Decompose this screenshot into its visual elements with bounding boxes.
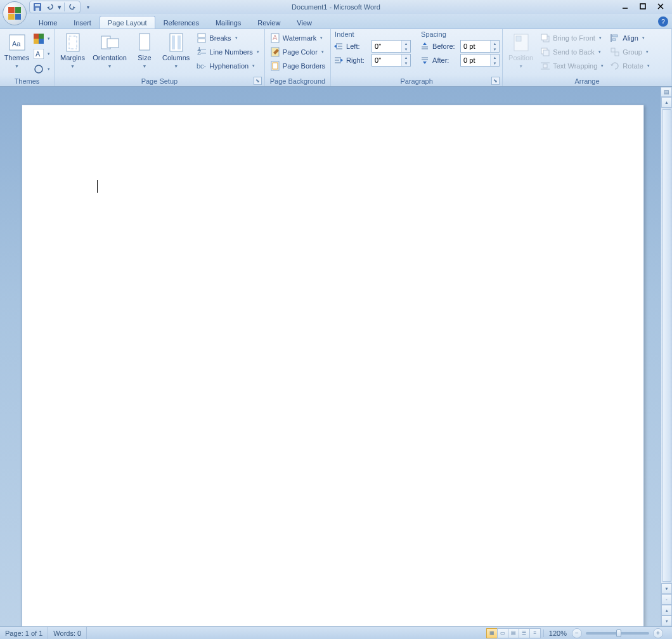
pagesetup-launcher[interactable]: ⬊ [254,77,262,85]
spin-up[interactable]: ▲ [491,55,499,60]
spacing-after-icon [420,56,430,65]
tab-insert[interactable]: Insert [65,16,100,29]
title-bar: ▾ ▾ Document1 - Microsoft Word [0,0,672,14]
web-layout-view[interactable]: ▤ [508,628,519,638]
scroll-down-button[interactable]: ▼ [661,583,672,594]
minimize-button[interactable] [616,0,634,13]
status-page[interactable]: Page: 1 of 1 [0,627,48,639]
indent-left-input[interactable] [372,41,401,52]
theme-colors-button[interactable]: ▾ [32,32,51,46]
align-button[interactable]: Align▾ [607,31,652,45]
spin-up[interactable]: ▲ [402,41,410,46]
next-page-button[interactable]: ▾ [661,616,672,626]
close-button[interactable] [652,0,669,13]
align-icon [610,33,620,43]
line-numbers-button[interactable]: 12Line Numbers▾ [194,45,261,59]
svg-rect-20 [139,34,150,50]
paragraph-launcher[interactable]: ⬊ [491,77,500,85]
indent-right-spinbox[interactable]: ▲▼ [372,54,411,67]
maximize-button[interactable] [634,0,652,13]
spacing-after-spinbox[interactable]: ▲▼ [460,54,500,67]
spacing-before-spinbox[interactable]: ▲▼ [460,40,500,53]
indent-right-input[interactable] [372,55,401,66]
prev-page-button[interactable]: ▴ [661,605,672,616]
orientation-icon [100,32,120,53]
breaks-icon [197,33,207,43]
tab-references[interactable]: References [155,16,207,29]
group-button[interactable]: Group▾ [607,45,652,59]
outline-view[interactable]: ☰ [519,628,530,638]
hyphenation-button[interactable]: bc‑Hyphenation▾ [194,59,261,73]
ruler-toggle[interactable]: ▤ [661,87,672,97]
svg-rect-4 [640,4,645,9]
spin-up[interactable]: ▲ [402,55,410,60]
watermark-button[interactable]: AWatermark▾ [268,31,328,45]
document-page[interactable] [22,105,644,631]
scroll-thumb[interactable] [662,109,671,582]
tab-view[interactable]: View [288,16,320,29]
draft-view[interactable]: ≡ [529,628,541,638]
spacing-after-label: After: [432,56,458,64]
bring-to-front-button[interactable]: Bring to Front▾ [538,31,606,45]
scroll-up-button[interactable]: ▲ [661,97,672,108]
line-numbers-icon: 12 [197,47,207,57]
margins-icon [63,32,83,53]
tab-home[interactable]: Home [30,16,65,29]
size-button[interactable]: Size▼ [131,30,158,72]
save-button[interactable] [31,1,44,13]
rotate-button[interactable]: Rotate▾ [607,59,652,73]
spacing-before-input[interactable] [461,41,490,52]
group-pagebg-label: Page Background [268,76,328,86]
svg-rect-11 [34,39,39,44]
spin-down[interactable]: ▼ [491,46,499,52]
theme-fonts-button[interactable]: A▾ [32,47,51,61]
spin-down[interactable]: ▼ [402,60,410,66]
themes-button[interactable]: Aa Themes▼ [3,30,31,72]
margins-button[interactable]: Margins▼ [57,30,88,72]
scroll-track[interactable] [661,108,672,583]
spin-down[interactable]: ▼ [402,46,410,52]
zoom-out-button[interactable]: − [572,628,582,638]
svg-rect-10 [39,34,44,39]
browse-object-button[interactable]: ◦ [661,594,672,605]
tab-review[interactable]: Review [249,16,288,29]
theme-effects-button[interactable]: ▾ [32,62,51,76]
text-wrapping-button[interactable]: Text Wrapping▾ [538,59,606,73]
office-logo-icon [8,7,21,20]
spin-down[interactable]: ▼ [491,60,499,66]
page-borders-button[interactable]: Page Borders [268,59,328,73]
page-color-button[interactable]: Page Color▾ [268,45,328,59]
svg-rect-24 [198,34,205,37]
svg-rect-51 [543,50,549,56]
breaks-button[interactable]: Breaks▾ [194,31,261,45]
print-layout-view[interactable]: ▦ [486,628,498,638]
full-screen-view[interactable]: ▭ [497,628,508,638]
svg-text:A: A [36,50,41,58]
zoom-level[interactable]: 120% [543,629,572,637]
send-to-back-button[interactable]: Send to Back▾ [538,45,606,59]
office-button[interactable] [3,1,27,25]
spacing-after-input[interactable] [461,55,490,66]
status-words[interactable]: Words: 0 [48,627,87,639]
spin-up[interactable]: ▲ [491,41,499,46]
help-icon[interactable]: ? [658,16,668,27]
ribbon-tabs: Home Insert Page Layout References Maili… [0,14,672,29]
customize-qat-dropdown[interactable]: ▾ [82,1,94,13]
group-pagesetup-label: Page Setup⬊ [57,76,262,86]
columns-button[interactable]: Columns▼ [159,30,193,72]
vertical-scrollbar[interactable]: ▲ ▼ ◦ ▴ ▾ [661,97,672,626]
orientation-button[interactable]: Orientation▼ [89,30,130,72]
undo-dropdown[interactable]: ▾ [56,1,63,13]
indent-left-spinbox[interactable]: ▲▼ [372,40,411,53]
undo-button[interactable] [44,1,56,13]
tab-mailings[interactable]: Mailings [207,16,249,29]
svg-rect-19 [107,39,119,48]
zoom-in-button[interactable]: + [653,628,663,638]
zoom-slider[interactable] [586,632,649,635]
position-button[interactable]: Position▼ [505,30,536,72]
redo-button[interactable] [66,1,79,13]
group-paragraph-label: Paragraph⬊ [333,76,500,86]
bring-front-icon [540,33,550,43]
tab-page-layout[interactable]: Page Layout [100,16,155,29]
zoom-slider-thumb[interactable] [616,629,621,637]
